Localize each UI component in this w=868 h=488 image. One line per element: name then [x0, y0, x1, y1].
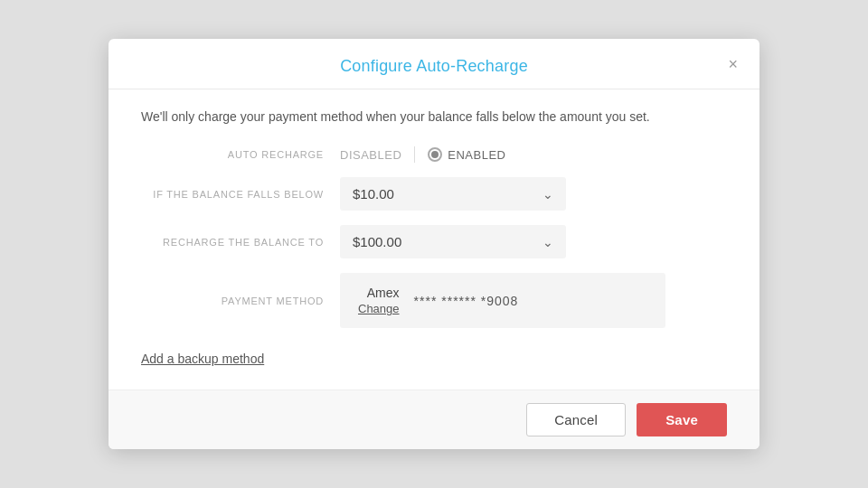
enabled-label: ENABLED	[448, 148, 505, 162]
card-number: **** ****** *9008	[414, 294, 519, 308]
card-brand: Amex	[367, 286, 400, 300]
enabled-option[interactable]: ENABLED	[428, 147, 505, 162]
balance-falls-below-select[interactable]: $10.00 ⌄	[340, 177, 566, 211]
modal-title: Configure Auto-Recharge	[340, 57, 528, 76]
save-button[interactable]: Save	[637, 403, 727, 436]
disabled-label: DISABLED	[340, 148, 401, 162]
modal-footer: Cancel Save	[108, 389, 760, 449]
disabled-option[interactable]: DISABLED	[340, 148, 401, 162]
description-text: We'll only charge your payment method wh…	[141, 108, 727, 127]
recharge-balance-to-label: RECHARGE THE BALANCE TO	[141, 237, 340, 248]
balance-falls-below-value: $10.00	[353, 186, 394, 202]
recharge-balance-to-row: RECHARGE THE BALANCE TO $100.00 ⌄	[141, 225, 727, 258]
payment-card-info: Amex Change	[358, 286, 400, 315]
modal-body: We'll only charge your payment method wh…	[108, 89, 760, 384]
balance-falls-below-row: IF THE BALANCE FALLS BELOW $10.00 ⌄	[141, 177, 727, 211]
auto-recharge-label: AUTO RECHARGE	[141, 149, 340, 160]
radio-enabled-inner	[431, 151, 439, 158]
chevron-down-icon-2: ⌄	[542, 235, 553, 249]
card-change-link[interactable]: Change	[358, 302, 400, 315]
modal-header: Configure Auto-Recharge ×	[108, 39, 760, 89]
recharge-balance-to-select[interactable]: $100.00 ⌄	[340, 225, 566, 258]
toggle-group: DISABLED ENABLED	[340, 146, 506, 163]
payment-method-label: PAYMENT METHOD	[141, 296, 340, 306]
balance-falls-below-label: IF THE BALANCE FALLS BELOW	[141, 189, 340, 200]
auto-recharge-row: AUTO RECHARGE DISABLED ENABLED	[141, 146, 727, 163]
recharge-balance-to-value: $100.00	[353, 234, 401, 249]
payment-method-row: PAYMENT METHOD Amex Change **** ****** *…	[141, 273, 727, 328]
configure-auto-recharge-modal: Configure Auto-Recharge × We'll only cha…	[108, 39, 760, 449]
payment-box: Amex Change **** ****** *9008	[340, 273, 665, 328]
toggle-divider	[414, 146, 415, 163]
chevron-down-icon: ⌄	[542, 187, 553, 202]
add-backup-method-link[interactable]: Add a backup method	[141, 352, 264, 366]
cancel-button[interactable]: Cancel	[526, 403, 626, 436]
close-button[interactable]: ×	[724, 52, 741, 76]
radio-enabled-outer	[428, 147, 442, 162]
